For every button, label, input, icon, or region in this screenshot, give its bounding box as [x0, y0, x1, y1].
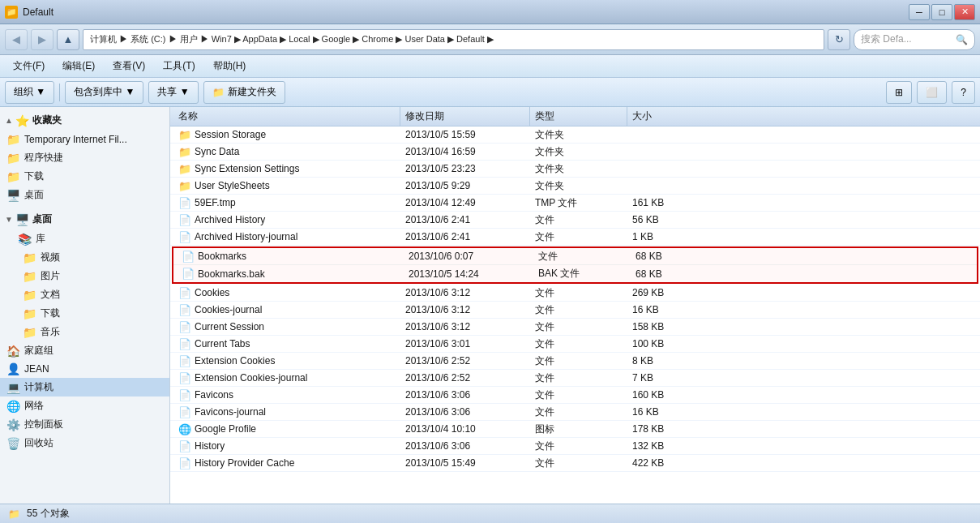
user-icon: 👤 — [6, 362, 19, 375]
restore-button[interactable]: □ — [931, 4, 952, 20]
file-type-cell: 文件 — [530, 354, 627, 368]
menu-tools[interactable]: 工具(T) — [155, 57, 203, 75]
file-size-cell: 56 KB — [627, 214, 708, 225]
desktop-expand-icon: ▼ — [5, 215, 13, 224]
table-row[interactable]: 📄 Extension Cookies 2013/10/6 2:52 文件 8 … — [170, 353, 980, 370]
filelist: 📁 Session Storage 2013/10/5 15:59 文件夹 📁 … — [170, 126, 980, 504]
menu-help[interactable]: 帮助(H) — [205, 57, 255, 75]
table-row[interactable]: 📄 Archived History-journal 2013/10/6 2:4… — [170, 229, 980, 246]
table-row[interactable]: 📄 Archived History 2013/10/6 2:41 文件 56 … — [170, 212, 980, 229]
file-type: 图标 — [535, 422, 554, 436]
sidebar-item-jean[interactable]: 👤 JEAN — [0, 360, 169, 378]
sidebar-item-docs[interactable]: 📁 文档 — [0, 285, 169, 304]
main-content: ▲ ⭐ 收藏夹 📁 Temporary Internet Fil... 📁 程序… — [0, 107, 980, 504]
file-name: Session Storage — [195, 129, 266, 140]
table-row[interactable]: 📁 User StyleSheets 2013/10/5 9:29 文件夹 — [170, 178, 980, 195]
menu-file[interactable]: 文件(F) — [5, 57, 53, 75]
table-row[interactable]: 📁 Sync Data 2013/10/4 16:59 文件夹 — [170, 144, 980, 161]
sidebar-item-pictures[interactable]: 📁 图片 — [0, 267, 169, 285]
up-button[interactable]: ▲ — [57, 29, 79, 50]
minimize-button[interactable]: ─ — [909, 4, 930, 20]
file-name-cell: 📄 History — [173, 439, 400, 452]
file-name: Archived History — [195, 214, 265, 225]
col-name[interactable]: 名称 — [173, 107, 400, 126]
close-button[interactable]: ✕ — [954, 4, 975, 20]
table-row[interactable]: 🌐 Google Profile 2013/10/4 10:10 图标 178 … — [170, 421, 980, 438]
sidebar-item-label: 程序快捷 — [24, 151, 63, 165]
back-button[interactable]: ◀ — [5, 29, 28, 50]
table-row[interactable]: 📄 Extension Cookies-journal 2013/10/6 2:… — [170, 370, 980, 387]
sidebar-item-homegroup[interactable]: 🏠 家庭组 — [0, 341, 169, 360]
sidebar-item-desktop-fav[interactable]: 🖥️ 桌面 — [0, 186, 169, 204]
refresh-button[interactable]: ↻ — [828, 29, 850, 50]
layout-button[interactable]: ⬜ — [917, 81, 947, 104]
col-type[interactable]: 类型 — [530, 107, 627, 126]
sidebar-item-label: 家庭组 — [24, 344, 53, 358]
sidebar-item-recycle[interactable]: 🗑️ 回收站 — [0, 434, 169, 452]
sidebar-item-label: Temporary Internet Fil... — [24, 134, 127, 145]
file-name-cell: 📁 Sync Data — [173, 145, 400, 158]
table-row[interactable]: 📄 Bookmarks 2013/10/6 0:07 文件 68 KB — [173, 248, 977, 265]
sidebar-item-library[interactable]: 📚 库 — [0, 229, 169, 248]
sidebar-item-computer[interactable]: 💻 计算机 — [0, 378, 169, 397]
col-size[interactable]: 大小 — [627, 107, 708, 126]
file-date-cell: 2013/10/6 2:41 — [400, 231, 530, 242]
table-row[interactable]: 📄 Favicons-journal 2013/10/6 3:06 文件 16 … — [170, 404, 980, 421]
file-size: 7 KB — [632, 372, 653, 384]
sidebar-item-label: 下载 — [41, 307, 60, 320]
menu-edit[interactable]: 编辑(E) — [54, 57, 103, 75]
sidebar-item-label: 计算机 — [24, 380, 53, 394]
table-row[interactable]: 📄 Cookies-journal 2013/10/6 3:12 文件 16 K… — [170, 302, 980, 319]
sidebar-item-tempinternet[interactable]: 📁 Temporary Internet Fil... — [0, 131, 169, 148]
address-path[interactable]: 计算机 ▶ 系统 (C:) ▶ 用户 ▶ Win7 ▶ AppData ▶ Lo… — [83, 29, 824, 50]
desktop-header[interactable]: ▼ 🖥️ 桌面 — [0, 209, 169, 229]
statusbar: 📁 55 个对象 — [0, 504, 980, 523]
sidebar-item-video[interactable]: 📁 视频 — [0, 248, 169, 267]
sidebar-item-label: JEAN — [24, 363, 49, 375]
sidebar-item-music[interactable]: 📁 音乐 — [0, 323, 169, 341]
sidebar-item-controlpanel[interactable]: ⚙️ 控制面板 — [0, 415, 169, 434]
search-box[interactable]: 搜索 Defa... 🔍 — [854, 29, 975, 50]
file-name-cell: 📄 Archived History — [173, 213, 400, 226]
table-row[interactable]: 📄 Bookmarks.bak 2013/10/5 14:24 BAK 文件 6… — [173, 265, 977, 282]
table-row[interactable]: 📄 History Provider Cache 2013/10/5 15:49… — [170, 455, 980, 472]
sidebar-item-network[interactable]: 🌐 网络 — [0, 397, 169, 415]
table-row[interactable]: 📄 Favicons 2013/10/6 3:06 文件 160 KB — [170, 387, 980, 404]
path-text: 计算机 ▶ 系统 (C:) ▶ 用户 ▶ Win7 ▶ AppData ▶ Lo… — [90, 33, 494, 45]
table-row[interactable]: 📄 Cookies 2013/10/6 3:12 文件 269 KB — [170, 285, 980, 302]
file-size: 269 KB — [632, 287, 664, 298]
table-row[interactable]: 📄 Current Session 2013/10/6 3:12 文件 158 … — [170, 319, 980, 336]
file-type-cell: 文件 — [530, 388, 627, 402]
table-row[interactable]: 📁 Session Storage 2013/10/5 15:59 文件夹 — [170, 126, 980, 144]
folder-icon: 📁 — [6, 133, 19, 146]
col-date[interactable]: 修改日期 — [400, 107, 530, 126]
menu-view[interactable]: 查看(V) — [105, 57, 153, 75]
file-name: Extension Cookies — [195, 355, 275, 367]
view-button[interactable]: ⊞ — [886, 81, 912, 104]
table-row[interactable]: 📄 59EF.tmp 2013/10/4 12:49 TMP 文件 161 KB — [170, 195, 980, 212]
sidebar-item-label: 文档 — [41, 288, 60, 302]
include-button[interactable]: 包含到库中 ▼ — [65, 81, 143, 104]
sidebar-item-downloads[interactable]: 📁 下载 — [0, 167, 169, 186]
folder-icon: 📁 — [23, 289, 36, 302]
forward-button[interactable]: ▶ — [31, 29, 53, 50]
table-row[interactable]: 📄 Current Tabs 2013/10/6 3:01 文件 100 KB — [170, 336, 980, 353]
file-type: 文件夹 — [535, 128, 564, 142]
new-folder-button[interactable]: 📁 新建文件夹 — [203, 81, 285, 104]
share-button[interactable]: 共享 ▼ — [148, 81, 198, 104]
table-row[interactable]: 📁 Sync Extension Settings 2013/10/5 23:2… — [170, 161, 980, 178]
organize-button[interactable]: 组织 ▼ — [5, 81, 54, 104]
file-name: 59EF.tmp — [195, 197, 236, 208]
help-button[interactable]: ? — [952, 81, 975, 104]
file-name: Archived History-journal — [195, 231, 297, 242]
file-icon: 📄 — [178, 320, 191, 333]
file-name: Favicons-journal — [195, 406, 266, 418]
favorites-header[interactable]: ▲ ⭐ 收藏夹 — [0, 110, 169, 131]
file-date: 2013/10/6 2:41 — [405, 231, 470, 242]
sidebar-item-programs[interactable]: 📁 程序快捷 — [0, 148, 169, 167]
file-date: 2013/10/5 15:59 — [405, 129, 476, 140]
table-row[interactable]: 📄 History 2013/10/6 3:06 文件 132 KB — [170, 438, 980, 455]
file-date-cell: 2013/10/6 3:06 — [400, 389, 530, 401]
sidebar-item-dl2[interactable]: 📁 下载 — [0, 304, 169, 323]
file-size-cell: 68 KB — [631, 268, 712, 280]
